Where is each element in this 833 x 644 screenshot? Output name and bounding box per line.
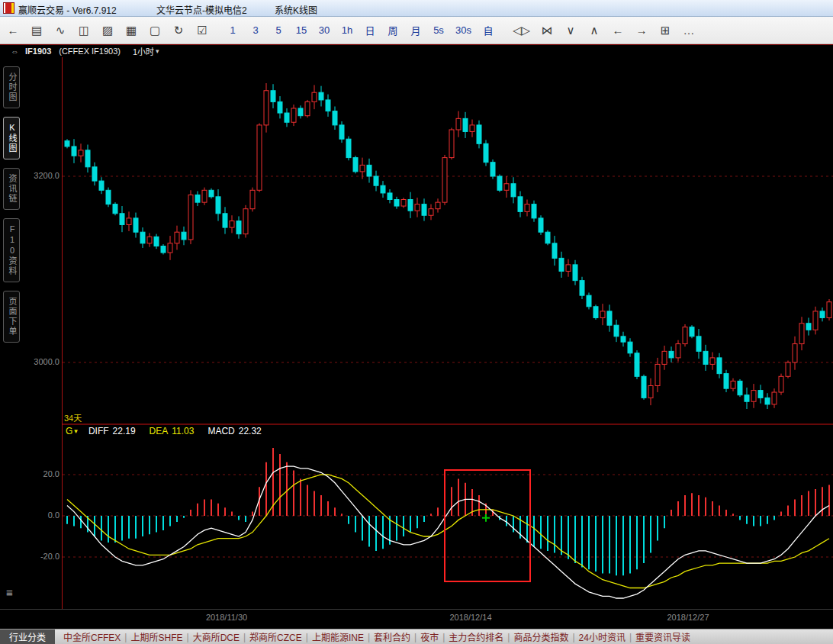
bottom-tab-0[interactable]: 中金所CFFEX <box>60 630 124 643</box>
back-icon[interactable]: ← <box>6 24 20 37</box>
bottom-tab-4[interactable]: 上期能源INE <box>308 630 368 643</box>
date-label: 2018/11/30 <box>206 613 247 622</box>
highlight-box <box>445 470 530 581</box>
macd-histogram <box>67 448 829 575</box>
period-button-30s[interactable]: 30s <box>455 24 471 36</box>
quote-report-icon[interactable]: ▤ <box>30 24 43 37</box>
bottom-tab-2[interactable]: 大商所DCE <box>189 630 243 643</box>
period-button-5s[interactable]: 5s <box>433 24 445 36</box>
bottom-tab-1[interactable]: 上期所SHFE <box>127 630 186 643</box>
tick-chart-icon[interactable]: ◫ <box>77 24 91 37</box>
macd-tick-label: 20.0 <box>26 469 60 478</box>
date-label: 2018/12/14 <box>449 613 491 622</box>
bottom-tab-9[interactable]: 24小时资讯 <box>575 630 629 643</box>
bottom-tab-5[interactable]: 套利合约 <box>370 630 414 643</box>
pan-left-icon[interactable]: ← <box>611 24 625 37</box>
cloud-node-label: 文华云节点-模拟电信2 <box>156 3 247 16</box>
macd-tick-label: 0.0 <box>26 510 60 520</box>
candlesticks <box>65 83 831 409</box>
macd-label: MACD <box>207 426 234 436</box>
period-button-月[interactable]: 月 <box>410 23 422 37</box>
more-icon[interactable]: … <box>682 24 696 37</box>
macd-tick-label: -20.0 <box>26 552 60 561</box>
bottom-tab-10[interactable]: 重要资讯导读 <box>632 630 694 643</box>
grid-layout-icon[interactable]: ⊞ <box>658 24 672 37</box>
contract-exchange: (CFFEX IF1903) <box>59 47 121 56</box>
select-icon[interactable]: ☑ <box>195 24 209 37</box>
period-dropdown-icon[interactable]: ▾ <box>156 47 159 55</box>
contract-bar: ⇔ IF1903 (CFFEX IF1903) 1小时 ▾ <box>0 44 833 57</box>
compress-icon[interactable]: ⋈ <box>540 24 554 37</box>
period-button-日[interactable]: 日 <box>364 23 376 37</box>
signal-marker <box>482 514 490 522</box>
bottom-tab-3[interactable]: 郑商所CZCE <box>246 630 306 643</box>
trading-app-window: { "titlebar": { "app_title": "赢顺云交易 - Ve… <box>0 0 833 644</box>
indicator-header: G ▾ DIFF 22.19 DEA 11.03 MACD 22.32 <box>66 426 275 436</box>
contract-period[interactable]: 1小时 <box>133 45 154 57</box>
chart-canvas[interactable] <box>0 57 833 609</box>
zoom-in-icon[interactable]: ∧ <box>587 24 601 37</box>
price-tick-label: 3200.0 <box>26 171 60 180</box>
multi-pane-icon[interactable]: ▨ <box>101 24 114 37</box>
prev-next-contract-icon[interactable]: ◁▷ <box>513 24 530 37</box>
period-button-1[interactable]: 1 <box>227 24 239 36</box>
bottom-tab-6[interactable]: 夜市 <box>416 630 442 643</box>
dea-label: DEA <box>150 426 169 436</box>
indicator-selector[interactable]: G <box>66 426 72 436</box>
dea-value: 11.03 <box>172 426 194 436</box>
line-chart-icon[interactable]: ∿ <box>53 24 67 37</box>
pan-right-icon[interactable]: → <box>635 24 648 37</box>
dea-line <box>67 475 829 588</box>
date-label: 2018/12/27 <box>667 613 709 622</box>
diff-label: DIFF <box>88 426 109 436</box>
diff-line <box>67 466 829 598</box>
diff-value: 22.19 <box>113 426 136 436</box>
bottom-tab-active[interactable]: 行业分类 <box>0 630 55 644</box>
contract-symbol[interactable]: IF1903 <box>25 47 51 56</box>
contract-switch-icon[interactable]: ⇔ <box>11 47 19 56</box>
period-button-5[interactable]: 5 <box>272 24 285 36</box>
period-button-周[interactable]: 周 <box>387 23 399 37</box>
bottom-tab-8[interactable]: 商品分类指数 <box>510 630 572 643</box>
price-tick-label: 3000.0 <box>26 357 60 366</box>
title-bar: 赢顺云交易 - Ver6.7.912 文华云节点-模拟电信2 系统K线图 <box>0 0 833 17</box>
period-button-15[interactable]: 15 <box>295 24 307 36</box>
bottom-tab-bar: 行业分类中金所CFFEX|上期所SHFE|大商所DCE|郑商所CZCE|上期能源… <box>0 629 833 644</box>
period-button-1h[interactable]: 1h <box>341 24 353 36</box>
app-icon <box>3 2 14 14</box>
macd-value: 22.32 <box>239 426 262 436</box>
main-toolbar: ←▤∿◫▨▦▢↻☑13515301h日周月5s30s自◁▷⋈∨∧←→⊞… <box>0 17 833 44</box>
days-label: 34天 <box>64 411 82 423</box>
app-title: 赢顺云交易 - Ver6.7.912 <box>18 3 117 16</box>
bottom-tab-7[interactable]: 主力合约排名 <box>445 630 507 643</box>
zoom-out-icon[interactable]: ∨ <box>564 24 577 37</box>
refresh-icon[interactable]: ↻ <box>172 24 185 37</box>
save-icon[interactable]: ▢ <box>148 24 162 37</box>
kline-chart-icon[interactable]: ▦ <box>124 24 138 37</box>
period-button-30[interactable]: 30 <box>318 24 330 36</box>
period-button-3[interactable]: 3 <box>249 24 262 36</box>
indicator-dropdown-icon[interactable]: ▾ <box>74 427 78 435</box>
view-title: 系统K线图 <box>275 3 317 16</box>
period-button-自[interactable]: 自 <box>482 23 494 37</box>
